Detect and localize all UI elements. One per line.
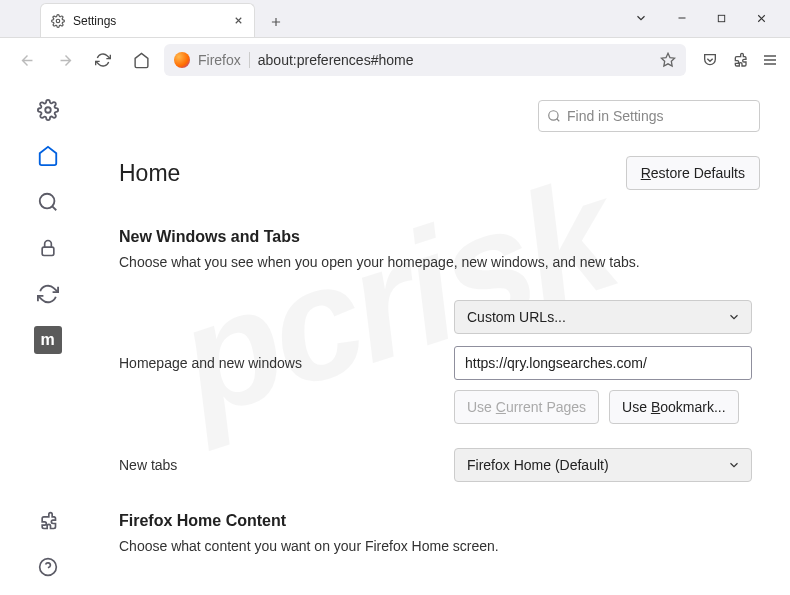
svg-marker-2 xyxy=(661,53,674,66)
sidebar-search-icon[interactable] xyxy=(34,188,62,216)
maximize-icon[interactable] xyxy=(716,13,727,24)
svg-point-4 xyxy=(39,194,54,209)
urlbar-divider xyxy=(249,52,250,68)
svg-rect-5 xyxy=(42,247,54,255)
newtabs-label: New tabs xyxy=(119,457,454,473)
bookmark-star-icon[interactable] xyxy=(660,52,676,68)
gear-icon xyxy=(51,14,65,28)
sidebar-general-icon[interactable] xyxy=(34,96,62,124)
restore-defaults-button[interactable]: Restore Defaults xyxy=(626,156,760,190)
forward-button[interactable] xyxy=(50,45,80,75)
sidebar-home-icon[interactable] xyxy=(34,142,62,170)
back-button[interactable] xyxy=(12,45,42,75)
url-bar[interactable]: Firefox about:preferences#home xyxy=(164,44,686,76)
section-home-content-desc: Choose what content you want on your Fir… xyxy=(119,538,760,554)
minimize-icon[interactable] xyxy=(676,12,688,24)
page-title: Home xyxy=(119,160,180,187)
newtabs-value: Firefox Home (Default) xyxy=(467,457,609,473)
extensions-icon[interactable] xyxy=(732,52,748,68)
urlbar-text: about:preferences#home xyxy=(258,52,414,68)
homepage-label: Homepage and new windows xyxy=(119,355,454,371)
svg-rect-1 xyxy=(718,15,724,21)
svg-point-7 xyxy=(549,111,558,120)
homepage-mode-value: Custom URLs... xyxy=(467,309,566,325)
home-button[interactable] xyxy=(126,45,156,75)
homepage-mode-select[interactable]: Custom URLs... xyxy=(454,300,752,334)
sidebar-help-icon[interactable] xyxy=(34,553,62,581)
pocket-icon[interactable] xyxy=(702,52,718,68)
tab-settings[interactable]: Settings xyxy=(40,3,255,37)
sidebar-extensions-icon[interactable] xyxy=(34,507,62,535)
svg-point-0 xyxy=(56,19,60,23)
section-new-windows-desc: Choose what you see when you open your h… xyxy=(119,254,760,270)
chevron-down-icon xyxy=(727,458,741,472)
sidebar-more-from-mozilla-icon[interactable]: m xyxy=(34,326,62,354)
sidebar-sync-icon[interactable] xyxy=(34,280,62,308)
homepage-url-input[interactable] xyxy=(454,346,752,380)
new-tab-button[interactable] xyxy=(261,7,291,37)
nav-toolbar: Firefox about:preferences#home xyxy=(0,38,790,82)
chevron-down-icon xyxy=(727,310,741,324)
tab-bar: Settings xyxy=(0,0,790,38)
urlbar-brand: Firefox xyxy=(198,52,241,68)
list-tabs-icon[interactable] xyxy=(634,11,648,25)
menu-icon[interactable] xyxy=(762,52,778,68)
toolbar-right xyxy=(694,52,778,68)
firefox-logo-icon xyxy=(174,52,190,68)
use-current-pages-button[interactable]: Use Current Pages xyxy=(454,390,599,424)
close-tab-icon[interactable] xyxy=(233,15,244,26)
tab-title: Settings xyxy=(73,14,116,28)
window-controls xyxy=(634,0,790,37)
reload-button[interactable] xyxy=(88,45,118,75)
newtabs-select[interactable]: Firefox Home (Default) xyxy=(454,448,752,482)
find-in-settings-input[interactable]: Find in Settings xyxy=(538,100,760,132)
use-bookmark-button[interactable]: Use Bookmark... xyxy=(609,390,739,424)
search-icon xyxy=(547,109,561,123)
svg-point-3 xyxy=(45,107,51,113)
search-placeholder: Find in Settings xyxy=(567,108,664,124)
sidebar-privacy-icon[interactable] xyxy=(34,234,62,262)
section-home-content-title: Firefox Home Content xyxy=(119,512,760,530)
settings-sidebar: m xyxy=(0,82,95,595)
section-new-windows-title: New Windows and Tabs xyxy=(119,228,760,246)
close-window-icon[interactable] xyxy=(755,12,768,25)
main-panel: Find in Settings Home Restore Defaults N… xyxy=(95,82,790,595)
